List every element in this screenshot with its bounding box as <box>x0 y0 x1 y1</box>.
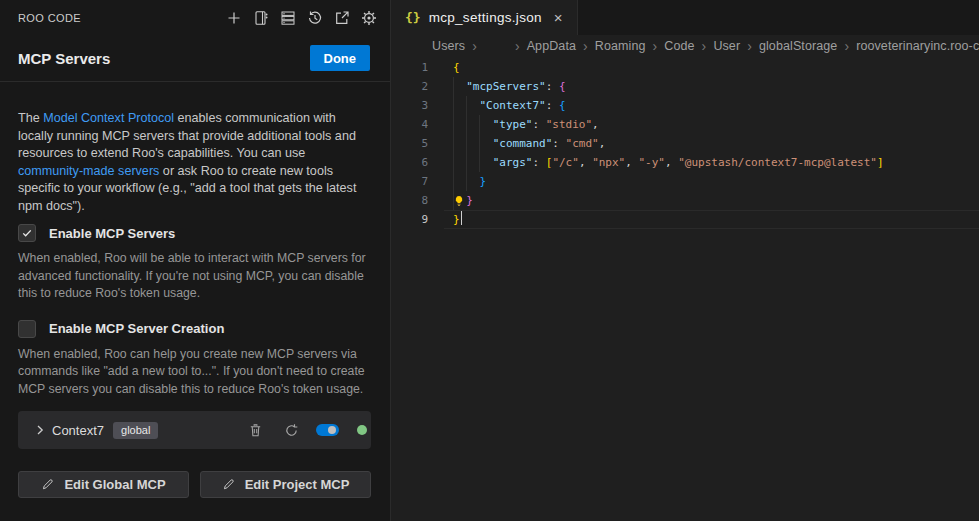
code-text: { <box>453 58 460 77</box>
tab-bar: {} mcp_settings.json × <box>391 0 979 35</box>
notebook-icon[interactable] <box>253 10 269 26</box>
code-text: "mcpServers": { <box>453 77 566 96</box>
checkbox-description: When enabled, Roo can help you create ne… <box>18 346 371 399</box>
server-row-context7[interactable]: Context7 global <box>18 411 371 449</box>
breadcrumb: Users››AppData›Roaming›Code›User›globalS… <box>391 35 979 57</box>
breadcrumb-item[interactable]: Roaming <box>595 39 646 53</box>
line-number: 6 <box>391 153 453 172</box>
enable-mcp-server-creation-setting: Enable MCP Server Creation When enabled,… <box>18 320 371 399</box>
breadcrumb-separator: › <box>747 38 752 54</box>
code-text: "command": "cmd", <box>453 134 605 153</box>
button-label: Edit Project MCP <box>245 477 350 492</box>
sidebar-toolbar <box>226 10 377 26</box>
community-made-servers-link[interactable]: community-made servers <box>18 164 159 178</box>
history-icon[interactable] <box>307 10 323 26</box>
server-enabled-toggle[interactable] <box>316 424 339 436</box>
enable-mcp-server-creation-checkbox[interactable] <box>18 320 36 338</box>
vscode-window: ROO CODE MCP Servers Done The Model Cont… <box>0 0 979 521</box>
checkbox-description: When enabled, Roo will be able to intera… <box>18 250 371 303</box>
done-button[interactable]: Done <box>310 45 371 71</box>
code-line-6[interactable]: 6 "args": ["/c", "npx", "-y", "@upstash/… <box>391 153 979 172</box>
check-icon <box>21 227 33 239</box>
code-text: } <box>453 172 486 191</box>
breadcrumb-separator: › <box>653 38 658 54</box>
enable-mcp-servers-setting: Enable MCP Servers When enabled, Roo wil… <box>18 224 371 303</box>
line-number: 4 <box>391 115 453 134</box>
enable-mcp-servers-checkbox[interactable] <box>18 224 36 242</box>
checkbox-label: Enable MCP Servers <box>49 226 175 241</box>
code-line-8[interactable]: 8 } <box>391 191 979 210</box>
tab-title: mcp_settings.json <box>429 10 542 25</box>
code-line-2[interactable]: 2 "mcpServers": { <box>391 77 979 96</box>
code-text: "type": "stdio", <box>453 115 599 134</box>
model-context-protocol-link[interactable]: Model Context Protocol <box>43 111 174 125</box>
breadcrumb-separator: › <box>472 38 477 54</box>
settings-gear-icon[interactable] <box>361 10 377 26</box>
code-line-5[interactable]: 5 "command": "cmd", <box>391 134 979 153</box>
pencil-icon <box>41 478 54 491</box>
line-number: 3 <box>391 96 453 115</box>
panel-content: The Model Context Protocol enables commu… <box>0 82 390 498</box>
tab-mcp-settings-json[interactable]: {} mcp_settings.json × <box>391 0 578 35</box>
code-line-1[interactable]: 1{ <box>391 58 979 77</box>
sidebar-title: ROO CODE <box>18 12 81 24</box>
mcp-edit-buttons: Edit Global MCP Edit Project MCP <box>18 471 371 498</box>
code-text: } <box>453 191 473 210</box>
mcp-servers-icon[interactable] <box>280 10 296 26</box>
line-number: 9 <box>391 210 453 229</box>
edit-global-mcp-button[interactable]: Edit Global MCP <box>18 471 189 498</box>
breadcrumb-separator: › <box>583 38 588 54</box>
breadcrumb-item[interactable]: AppData <box>527 39 576 53</box>
chevron-right-icon[interactable] <box>32 422 48 438</box>
toggle-knob <box>328 426 336 434</box>
breadcrumb-item[interactable]: rooveterinaryinc.roo-cli <box>856 39 979 53</box>
restart-server-button[interactable] <box>283 422 299 438</box>
line-number: 2 <box>391 77 453 96</box>
code-text: } <box>453 210 462 229</box>
enable-mcp-server-creation-row[interactable]: Enable MCP Server Creation <box>18 320 371 338</box>
checkbox-label: Enable MCP Server Creation <box>49 321 224 336</box>
code-text: "args": ["/c", "npx", "-y", "@upstash/co… <box>453 153 884 172</box>
server-status-dot <box>357 425 367 435</box>
code-line-3[interactable]: 3 "Context7": { <box>391 96 979 115</box>
line-number: 5 <box>391 134 453 153</box>
panel-header: MCP Servers Done <box>0 35 390 81</box>
description-text: The <box>18 111 43 125</box>
tab-close-icon[interactable]: × <box>554 10 563 25</box>
enable-mcp-servers-row[interactable]: Enable MCP Servers <box>18 224 371 242</box>
json-file-icon: {} <box>405 10 421 25</box>
code-line-4[interactable]: 4 "type": "stdio", <box>391 115 979 134</box>
mcp-description: The Model Context Protocol enables commu… <box>18 110 371 215</box>
text-cursor <box>461 211 463 225</box>
breadcrumb-separator: › <box>702 38 707 54</box>
pencil-icon <box>222 478 235 491</box>
code-line-7[interactable]: 7 } <box>391 172 979 191</box>
breadcrumb-item[interactable]: Users <box>432 39 465 53</box>
line-number: 1 <box>391 58 453 77</box>
line-number: 8 <box>391 191 453 210</box>
sidebar-header: ROO CODE <box>0 0 390 35</box>
delete-server-button[interactable] <box>247 422 263 438</box>
page-title: MCP Servers <box>18 50 110 67</box>
code-line-9[interactable]: 9} <box>391 210 979 229</box>
code-text: "Context7": { <box>453 96 566 115</box>
open-external-icon[interactable] <box>334 10 350 26</box>
code-editor[interactable]: 1{2 "mcpServers": {3 "Context7": {4 "typ… <box>391 57 979 521</box>
plus-icon[interactable] <box>226 10 242 26</box>
server-name: Context7 <box>52 423 104 438</box>
editor-area: {} mcp_settings.json × Users››AppData›Ro… <box>391 0 979 521</box>
server-scope-badge: global <box>113 422 158 439</box>
button-label: Edit Global MCP <box>64 477 165 492</box>
line-number: 7 <box>391 172 453 191</box>
breadcrumb-separator: › <box>844 38 849 54</box>
breadcrumb-separator: › <box>515 38 520 54</box>
breadcrumb-item[interactable]: globalStorage <box>759 39 837 53</box>
breadcrumb-item[interactable]: Code <box>664 39 694 53</box>
breadcrumb-item[interactable]: User <box>713 39 740 53</box>
roo-code-panel: ROO CODE MCP Servers Done The Model Cont… <box>0 0 391 521</box>
edit-project-mcp-button[interactable]: Edit Project MCP <box>200 471 371 498</box>
